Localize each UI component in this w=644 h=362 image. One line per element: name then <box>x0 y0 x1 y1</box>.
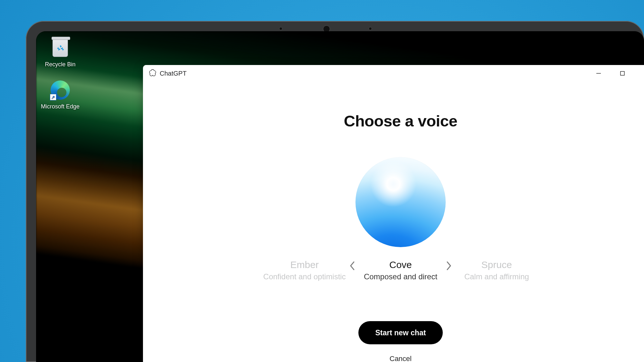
titlebar[interactable]: ChatGPT <box>143 65 644 82</box>
recycle-bin-label: Recycle Bin <box>45 61 75 68</box>
edge-desktop-icon[interactable]: ↗ Microsoft Edge <box>39 80 81 110</box>
window-minimize-button[interactable] <box>587 65 611 82</box>
page-heading: Choose a voice <box>344 112 457 130</box>
minimize-icon <box>596 70 601 76</box>
maximize-icon <box>620 71 625 76</box>
voice-name: Spruce <box>454 259 539 270</box>
cancel-button[interactable]: Cancel <box>390 355 412 362</box>
camera-sensor-dot <box>279 27 282 30</box>
recycle-arrows-icon <box>55 44 66 54</box>
voice-option-cove[interactable]: Cove Composed and direct <box>358 259 443 281</box>
svg-rect-0 <box>620 71 624 75</box>
laptop-bezel: Recycle Bin ↗ Microsoft Edge <box>26 21 644 362</box>
chatgpt-logo-icon <box>149 69 156 78</box>
desktop-icons-column: Recycle Bin ↗ Microsoft Edge <box>39 38 81 111</box>
microsoft-edge-icon: ↗ <box>50 80 71 100</box>
app-title: ChatGPT <box>160 70 186 77</box>
voice-desc: Confident and optimistic <box>262 272 347 281</box>
chevron-left-icon <box>349 261 356 271</box>
recycle-bin-desktop-icon[interactable]: Recycle Bin <box>39 38 81 68</box>
voice-option-ember[interactable]: Ember Confident and optimistic <box>262 259 347 281</box>
window-close-button[interactable] <box>634 65 644 82</box>
background: Recycle Bin ↗ Microsoft Edge <box>0 0 644 362</box>
window-maximize-button[interactable] <box>611 65 634 82</box>
voice-name: Ember <box>262 259 347 270</box>
previous-voice-button[interactable] <box>347 261 358 271</box>
chatgpt-app-window: ChatGPT Choose a voice <box>143 65 644 362</box>
start-new-chat-button[interactable]: Start new chat <box>358 321 442 344</box>
shortcut-arrow-icon: ↗ <box>50 94 56 100</box>
app-body: Choose a voice Ember Confident and optim… <box>143 82 644 362</box>
voice-option-spruce[interactable]: Spruce Calm and affirming <box>454 259 539 281</box>
voice-desc: Composed and direct <box>358 272 443 281</box>
camera-sensor-dot <box>369 27 372 30</box>
voice-desc: Calm and affirming <box>454 272 539 281</box>
edge-label: Microsoft Edge <box>41 103 80 110</box>
next-voice-button[interactable] <box>443 261 454 271</box>
voice-preview-orb[interactable] <box>355 157 446 247</box>
laptop-screen: Recycle Bin ↗ Microsoft Edge <box>36 31 644 362</box>
recycle-bin-icon <box>50 38 71 58</box>
voice-name: Cove <box>358 259 443 270</box>
chevron-right-icon <box>445 261 452 271</box>
voice-carousel: Ember Confident and optimistic Cove Comp… <box>262 259 539 281</box>
